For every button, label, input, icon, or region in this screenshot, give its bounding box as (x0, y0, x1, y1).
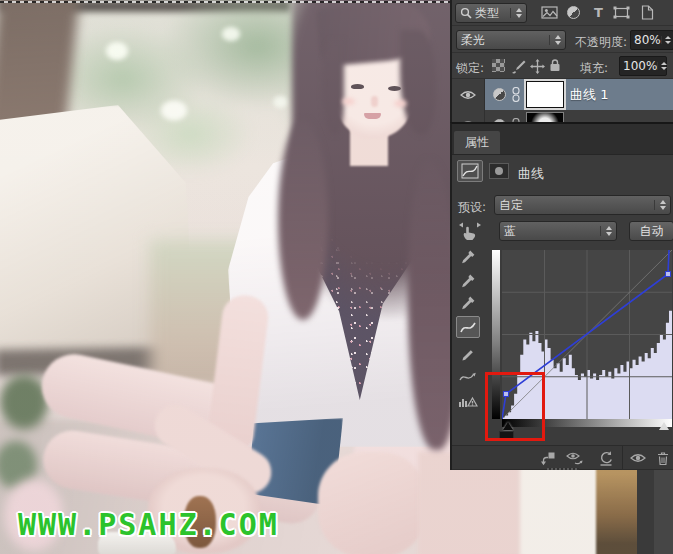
panel-dock-column (654, 470, 673, 554)
lock-label: 锁定: (456, 60, 484, 77)
reset-adjustment-icon[interactable] (596, 449, 616, 467)
blush-right (394, 100, 407, 107)
photo-white-underpanel (520, 458, 620, 554)
tab-properties[interactable]: 属性 (454, 131, 500, 154)
layer-filter-row: 类型 T (452, 0, 673, 26)
panel-drag-handle[interactable] (547, 468, 579, 470)
channel-select[interactable]: 蓝 (499, 221, 617, 241)
layer-name[interactable]: 曲线 1 (570, 86, 608, 104)
toolbar-divider (622, 446, 623, 469)
chevron-updown-icon (654, 200, 666, 210)
curves-mask-thumbnail[interactable] (526, 81, 564, 108)
filter-smart-objects-icon[interactable] (641, 5, 654, 20)
chevron-updown-icon (549, 35, 561, 45)
clip-to-layer-icon[interactable] (538, 449, 558, 467)
auto-button[interactable]: 自动 (629, 221, 673, 241)
filter-adjustment-layers-icon[interactable] (567, 6, 580, 19)
mask-link-icon (512, 87, 520, 102)
filter-shape-layers-icon[interactable] (613, 6, 630, 19)
mask-properties-icon[interactable] (489, 163, 509, 179)
floral-scarf (300, 215, 415, 400)
girl-eye-left (351, 84, 364, 89)
properties-panel: 属性 曲线 预设: 自定 蓝 自动 (450, 122, 673, 470)
girl-eye-right (388, 86, 401, 91)
chevron-updown-icon (661, 36, 671, 44)
girl-neck (350, 126, 388, 166)
girl-left-hand (318, 452, 426, 554)
tree-trunk (0, 0, 80, 146)
opacity-input[interactable]: 80% (630, 30, 673, 50)
watermark-text: WWW.PSAHZ.COM (18, 507, 279, 542)
opacity-value: 80% (634, 33, 661, 47)
toggle-visibility-eye-icon[interactable] (628, 449, 648, 467)
layer-row-curves1[interactable]: 曲线 1 (452, 79, 673, 110)
layer2-mask-thumbnail[interactable] (526, 112, 564, 123)
chevron-updown-icon (657, 62, 667, 70)
targeted-adjustment-icon[interactable] (457, 221, 483, 241)
selection-marching-ants (0, 1, 452, 3)
lock-paint-brush-icon[interactable] (511, 59, 526, 74)
gray-point-eyedropper-icon[interactable] (456, 270, 480, 292)
girl-face (331, 26, 417, 138)
denim-shorts (248, 418, 343, 506)
layer-filter-select[interactable]: 类型 (455, 3, 527, 23)
view-previous-state-icon[interactable] (564, 449, 584, 467)
curves-adjustment-icon[interactable] (457, 160, 483, 182)
girl-mouth (364, 113, 381, 119)
fill-label: 填充: (580, 60, 608, 77)
panel-title: 曲线 (518, 165, 544, 183)
girl-thigh (36, 348, 279, 459)
draw-curve-pencil-icon[interactable] (456, 342, 480, 364)
edit-points-curve-tool-icon[interactable] (456, 316, 480, 338)
preset-label: 预设: (458, 199, 486, 216)
delete-trash-icon[interactable] (653, 449, 673, 467)
blend-opacity-row: 柔光 不透明度: 80% (452, 27, 673, 53)
fill-value: 100% (623, 59, 657, 73)
foliage (10, 0, 460, 200)
lock-transparency-icon[interactable] (492, 59, 505, 72)
fill-input[interactable]: 100% (619, 56, 667, 76)
girl-forearm (147, 397, 280, 502)
eye-icon (460, 90, 476, 100)
lock-all-padlock-icon[interactable] (549, 58, 561, 72)
side-bang-right (400, 30, 436, 135)
blend-mode-select[interactable]: 柔光 (456, 30, 566, 50)
histogram-warning-icon[interactable] (456, 390, 480, 412)
girl-tshirt (228, 142, 433, 447)
filter-pixel-layers-icon[interactable] (541, 6, 558, 19)
layers-panel: 类型 T 柔光 不透明度: 80% (450, 0, 673, 122)
layer-row-2-partial[interactable] (452, 110, 673, 122)
blend-mode-value: 柔光 (461, 32, 485, 49)
layer-filter-label: 类型 (475, 5, 499, 22)
channel-value: 蓝 (504, 223, 516, 240)
side-bang-left (322, 40, 344, 135)
properties-toolbar (452, 445, 673, 470)
girl-arm (205, 293, 270, 457)
bokeh-highlights (60, 0, 440, 170)
curve-point-highlight[interactable] (666, 272, 671, 277)
blush-left (342, 98, 355, 105)
girl-bangs (316, 0, 433, 67)
smooth-curve-icon[interactable] (456, 366, 480, 388)
opacity-label: 不透明度: (575, 34, 627, 51)
girl-hair (292, 0, 462, 318)
filter-type-layers-icon[interactable]: T (594, 5, 603, 20)
chevron-updown-icon (510, 8, 522, 18)
preset-select[interactable]: 自定 (494, 195, 671, 215)
white-point-slider[interactable] (659, 422, 669, 430)
search-icon (460, 7, 472, 19)
adjustment-layer-icon (493, 88, 506, 101)
layer-row-selected-area[interactable]: 曲线 1 (485, 79, 673, 110)
hair-strand-left (278, 120, 328, 320)
stone-shadow (0, 346, 210, 376)
panel-dock-edge (637, 470, 654, 554)
lock-position-move-icon[interactable] (530, 59, 545, 74)
green-shrubs (0, 360, 72, 500)
layer-visibility-cell[interactable] (452, 79, 485, 110)
girl-nose (371, 96, 378, 107)
chevron-updown-icon (600, 226, 612, 236)
black-point-eyedropper-icon[interactable] (456, 246, 480, 268)
photoshop-window: WWW.PSAHZ.COM 类型 T (0, 0, 673, 554)
white-point-eyedropper-icon[interactable] (456, 292, 480, 314)
midground-blur (150, 240, 320, 390)
